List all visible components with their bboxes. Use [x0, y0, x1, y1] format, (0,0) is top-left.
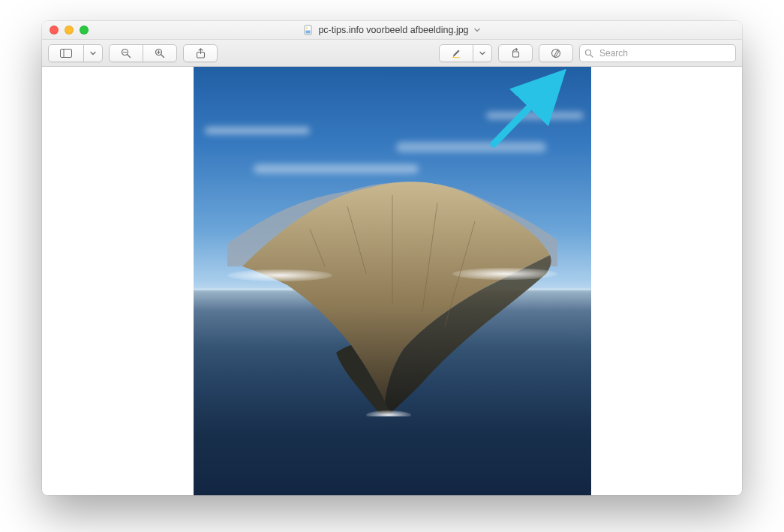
zoom-segment [109, 44, 177, 62]
titlebar: pc-tips.info voorbeeld afbeelding.jpg [42, 21, 742, 40]
document-title: pc-tips.info voorbeeld afbeelding.jpg [318, 25, 468, 35]
svg-rect-14 [452, 57, 460, 58]
svg-point-19 [227, 269, 332, 281]
document-proxy-icon[interactable] [303, 25, 314, 35]
sidebar-button[interactable] [48, 44, 84, 62]
svg-line-6 [128, 54, 131, 57]
search-field[interactable] [579, 44, 736, 62]
search-input[interactable] [598, 47, 731, 59]
svg-point-21 [366, 410, 411, 416]
title-center[interactable]: pc-tips.info voorbeeld afbeelding.jpg [303, 25, 480, 35]
highlight-icon [451, 48, 461, 59]
svg-line-18 [590, 54, 593, 56]
traffic-lights [50, 26, 89, 35]
sidebar-menu-button[interactable] [83, 44, 103, 62]
markup-icon [551, 48, 561, 59]
svg-point-2 [306, 28, 308, 29]
zoom-in-icon [155, 48, 165, 59]
chevron-down-icon [90, 50, 96, 56]
sidebar-segment [48, 44, 103, 62]
rotate-button[interactable] [498, 44, 533, 62]
zoom-in-button[interactable] [143, 44, 177, 62]
close-window-button[interactable] [50, 26, 59, 35]
toolbar [42, 40, 742, 67]
svg-rect-15 [513, 52, 519, 57]
minimize-window-button[interactable] [65, 26, 74, 35]
sidebar-icon [60, 49, 72, 58]
highlight-button[interactable] [439, 44, 473, 62]
highlight-segment [439, 44, 492, 62]
image-canvas[interactable] [194, 67, 591, 495]
chevron-down-icon [479, 50, 485, 56]
share-button[interactable] [183, 44, 218, 62]
zoom-out-button[interactable] [109, 44, 143, 62]
title-chevron-icon[interactable] [473, 26, 481, 34]
rotate-left-icon [510, 48, 521, 59]
svg-point-20 [452, 268, 557, 280]
search-icon [584, 49, 593, 58]
zoom-out-icon [121, 48, 131, 59]
svg-line-9 [161, 54, 164, 57]
svg-rect-3 [61, 49, 72, 57]
zoom-window-button[interactable] [80, 26, 89, 35]
share-icon [196, 48, 206, 59]
svg-rect-1 [306, 31, 311, 34]
content-area [42, 67, 742, 495]
preview-window: pc-tips.info voorbeeld afbeelding.jpg [42, 21, 742, 495]
island-illustration [197, 116, 587, 416]
markup-button[interactable] [539, 44, 573, 62]
highlight-menu-button[interactable] [473, 44, 492, 62]
